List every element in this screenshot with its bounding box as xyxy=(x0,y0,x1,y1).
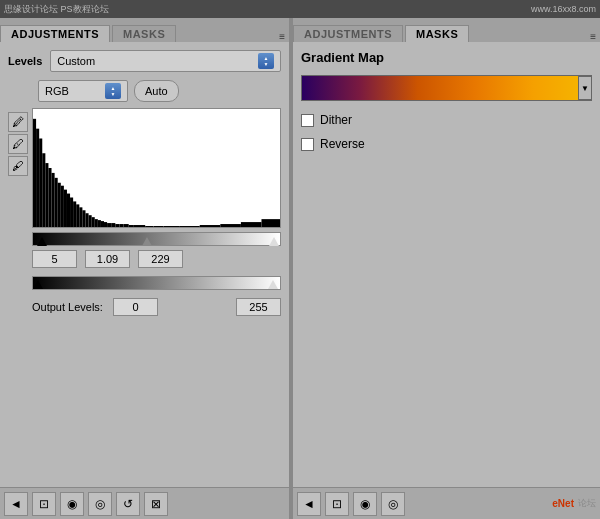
back-icon-left[interactable]: ◄ xyxy=(4,492,28,516)
svg-rect-31 xyxy=(139,225,145,227)
trash-icon-left[interactable]: ⊠ xyxy=(144,492,168,516)
svg-rect-9 xyxy=(61,186,64,227)
svg-rect-19 xyxy=(92,217,95,227)
svg-rect-29 xyxy=(129,225,134,227)
output-values-row: Output Levels: 0 255 xyxy=(32,298,281,316)
eye-icon-left[interactable]: ◎ xyxy=(88,492,112,516)
enet-logo: eNet xyxy=(552,498,574,509)
svg-rect-11 xyxy=(67,194,70,227)
output-black-slider[interactable] xyxy=(33,280,43,289)
black-point-eyedropper[interactable]: 🖉 xyxy=(8,112,28,132)
svg-rect-25 xyxy=(111,223,115,227)
svg-rect-4 xyxy=(45,163,48,227)
levels-preset-dropdown[interactable]: Custom xyxy=(50,50,281,72)
white-point-input[interactable]: 229 xyxy=(138,250,183,268)
levels-row: Levels Custom xyxy=(8,50,281,72)
tab-adjustments-left[interactable]: ADJUSTMENTS xyxy=(0,25,110,42)
svg-rect-26 xyxy=(115,224,119,227)
svg-rect-8 xyxy=(58,183,61,227)
levels-preset-value: Custom xyxy=(57,55,258,67)
circle-icon-left[interactable]: ◉ xyxy=(60,492,84,516)
histogram-area: 🖉 🖊 🖋 xyxy=(8,108,281,228)
output-white-slider[interactable] xyxy=(268,280,278,289)
histogram-canvas xyxy=(32,108,281,228)
left-panel: ADJUSTMENTS MASKS ≡ Levels Custom RGB xyxy=(0,18,290,519)
tab-masks-right[interactable]: MASKS xyxy=(405,25,469,42)
output-gradient-bar xyxy=(32,276,281,290)
white-point-slider[interactable] xyxy=(269,237,279,246)
circle-icon-right[interactable]: ◉ xyxy=(353,492,377,516)
selection-icon-right[interactable]: ⊡ xyxy=(325,492,349,516)
left-panel-content: Levels Custom RGB Auto 🖉 🖊 xyxy=(0,42,289,487)
right-bottom-toolbar: ◄ ⊡ ◉ ◎ eNet 论坛 xyxy=(293,487,600,519)
svg-rect-24 xyxy=(107,223,111,227)
svg-rect-28 xyxy=(124,224,129,227)
svg-rect-7 xyxy=(55,178,58,227)
selection-icon-left[interactable]: ⊡ xyxy=(32,492,56,516)
histogram-svg xyxy=(33,109,280,227)
gradient-map-title: Gradient Map xyxy=(301,50,592,65)
svg-rect-2 xyxy=(39,139,42,228)
black-point-input[interactable]: 5 xyxy=(32,250,77,268)
output-low-input[interactable]: 0 xyxy=(113,298,158,316)
svg-rect-13 xyxy=(73,201,76,227)
right-panel-tabs: ADJUSTMENTS MASKS ≡ xyxy=(293,18,600,42)
svg-rect-18 xyxy=(89,215,92,227)
rotate-icon-left[interactable]: ↺ xyxy=(116,492,140,516)
svg-rect-14 xyxy=(76,204,79,227)
rgb-row: RGB Auto xyxy=(8,80,281,102)
svg-rect-5 xyxy=(48,168,51,227)
svg-rect-32 xyxy=(145,226,153,227)
tab-masks-left[interactable]: MASKS xyxy=(112,25,176,42)
top-bar: 思缘设计论坛 PS教程论坛 www.16xx8.com xyxy=(0,0,600,18)
svg-rect-38 xyxy=(241,222,262,227)
midtone-slider[interactable] xyxy=(142,237,152,246)
eye-icon-right[interactable]: ◎ xyxy=(381,492,405,516)
svg-rect-0 xyxy=(33,119,36,227)
levels-dropdown-arrow[interactable] xyxy=(258,53,274,69)
left-bottom-toolbar: ◄ ⊡ ◉ ◎ ↺ ⊠ xyxy=(0,487,289,519)
tab-adjustments-right[interactable]: ADJUSTMENTS xyxy=(293,25,403,42)
auto-button[interactable]: Auto xyxy=(134,80,179,102)
watermark-url: www.16xx8.com xyxy=(531,4,596,14)
svg-rect-20 xyxy=(95,219,98,227)
svg-rect-39 xyxy=(261,219,280,227)
reverse-row: Reverse xyxy=(301,137,592,151)
enet-sub: 论坛 xyxy=(578,497,596,510)
gradient-bar[interactable]: ▼ xyxy=(301,75,592,101)
panel-menu-right[interactable]: ≡ xyxy=(590,31,596,42)
reverse-checkbox[interactable] xyxy=(301,138,314,151)
svg-rect-37 xyxy=(220,224,241,227)
svg-rect-6 xyxy=(52,173,55,227)
svg-rect-3 xyxy=(42,153,45,227)
gray-point-eyedropper[interactable]: 🖊 xyxy=(8,134,28,154)
dither-label: Dither xyxy=(320,113,352,127)
svg-rect-22 xyxy=(101,221,104,227)
right-panel: ADJUSTMENTS MASKS ≡ Gradient Map ▼ Dithe… xyxy=(293,18,600,519)
levels-label: Levels xyxy=(8,55,42,67)
channel-dropdown[interactable]: RGB xyxy=(38,80,128,102)
white-point-eyedropper[interactable]: 🖋 xyxy=(8,156,28,176)
channel-dropdown-arrow[interactable] xyxy=(105,83,121,99)
dither-checkbox[interactable] xyxy=(301,114,314,127)
svg-rect-35 xyxy=(179,226,200,227)
channel-value: RGB xyxy=(45,85,105,97)
svg-rect-23 xyxy=(104,222,107,227)
svg-rect-1 xyxy=(36,129,39,227)
right-panel-content: Gradient Map ▼ Dither Reverse xyxy=(293,42,600,487)
input-gradient-bar xyxy=(32,232,281,246)
panel-menu-left[interactable]: ≡ xyxy=(279,31,285,42)
output-label: Output Levels: xyxy=(32,301,103,313)
output-high-input[interactable]: 255 xyxy=(236,298,281,316)
back-icon-right[interactable]: ◄ xyxy=(297,492,321,516)
svg-rect-30 xyxy=(134,225,139,227)
gradient-dropdown-arrow[interactable]: ▼ xyxy=(578,76,592,100)
input-slider-track xyxy=(32,232,281,246)
black-point-slider[interactable] xyxy=(37,237,47,246)
svg-rect-12 xyxy=(70,198,73,228)
svg-rect-16 xyxy=(82,210,85,227)
eyedropper-tools: 🖉 🖊 🖋 xyxy=(8,108,28,228)
svg-rect-33 xyxy=(153,226,163,227)
svg-rect-36 xyxy=(200,225,221,227)
midtone-input[interactable]: 1.09 xyxy=(85,250,130,268)
